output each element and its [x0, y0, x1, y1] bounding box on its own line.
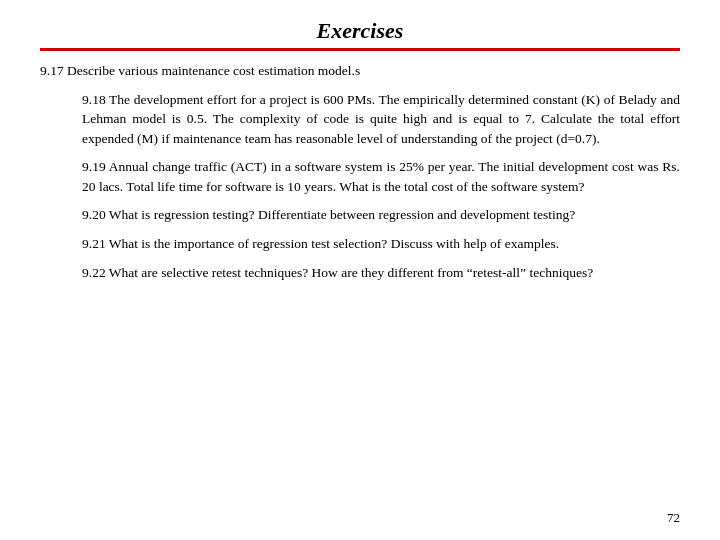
- exercise-9-22: 9.22 What are selective retest technique…: [40, 263, 680, 283]
- title-container: Exercises: [40, 18, 680, 44]
- exercise-9-18: 9.18 The development effort for a projec…: [40, 90, 680, 149]
- exercise-9-21: 9.21 What is the importance of regressio…: [40, 234, 680, 254]
- divider: [40, 48, 680, 51]
- exercise-9-17: 9.17 Describe various maintenance cost e…: [40, 61, 680, 81]
- exercise-9-19: 9.19 Annual change traffic (ACT) in a so…: [40, 157, 680, 196]
- page-number: 72: [667, 510, 680, 526]
- page-title: Exercises: [317, 18, 404, 43]
- exercise-9-20: 9.20 What is regression testing? Differe…: [40, 205, 680, 225]
- page: Exercises 9.17 Describe various maintena…: [0, 0, 720, 540]
